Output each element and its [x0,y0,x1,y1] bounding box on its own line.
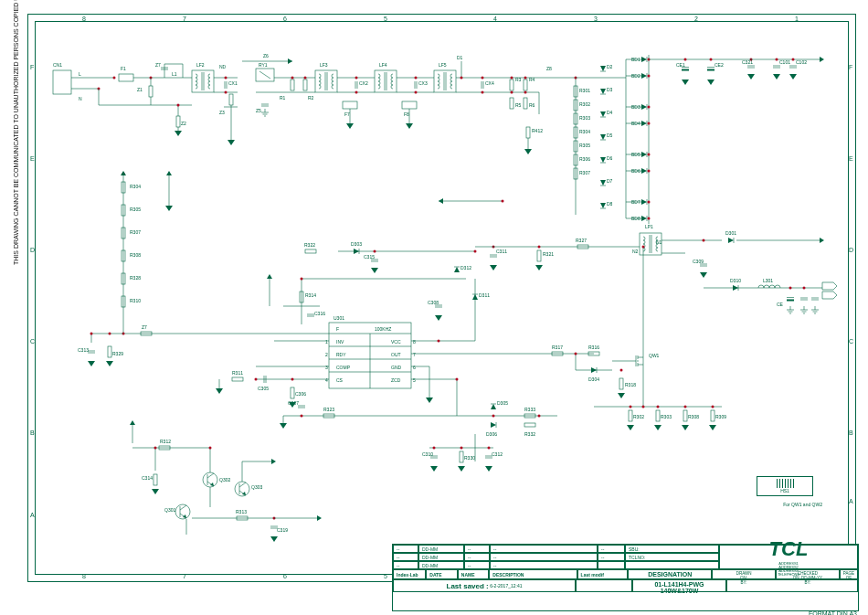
svg-text:CX3: CX3 [418,80,428,86]
svg-point-139 [648,75,651,78]
svg-text:QW1: QW1 [649,353,660,358]
svg-text:C307: C307 [288,400,299,406]
svg-point-110 [524,91,527,94]
svg-text:R323: R323 [323,407,334,412]
svg-text:CN1: CN1 [53,62,62,68]
svg-text:8: 8 [413,339,416,345]
svg-text:CE1: CE1 [676,62,685,68]
svg-point-143 [648,170,651,173]
svg-text:R303: R303 [579,115,590,121]
svg-point-308 [460,447,463,450]
hs1-ref: HS1 [757,488,812,493]
svg-text:D310: D310 [730,278,741,283]
svg-point-94 [482,91,484,94]
svg-text:1: 1 [325,339,328,345]
svg-text:R301: R301 [579,88,590,93]
svg-point-68 [291,77,294,80]
svg-point-242 [456,378,459,381]
svg-point-295 [642,406,645,408]
svg-text:F: F [336,326,339,332]
svg-text:OUT: OUT [391,352,401,357]
svg-text:F7: F7 [344,111,350,117]
svg-point-278 [575,353,577,355]
svg-text:Q301: Q301 [164,507,175,513]
last-saved-label: Last saved : [447,582,489,590]
svg-point-145 [648,217,651,220]
svg-text:4: 4 [325,377,328,383]
svg-point-152 [710,58,713,61]
last-saved-value: 6-2-2017_12:41 [490,583,522,588]
svg-text:R304: R304 [130,184,141,189]
svg-text:D306: D306 [486,431,497,437]
svg-point-307 [433,447,436,450]
svg-text:VCC: VCC [391,339,401,345]
svg-point-220 [291,378,294,381]
svg-point-226 [301,278,303,281]
svg-text:C308: C308 [428,300,439,305]
svg-text:Z8: Z8 [546,66,552,71]
svg-text:LF2: LF2 [196,62,205,68]
svg-text:D305: D305 [497,400,508,406]
svg-point-272 [803,287,806,290]
svg-text:D304: D304 [588,376,599,382]
svg-text:R304: R304 [579,129,590,134]
svg-text:C311: C311 [496,249,507,254]
svg-text:ZCD: ZCD [391,377,401,383]
svg-text:INV: INV [336,339,344,345]
svg-point-241 [301,415,303,418]
svg-rect-86 [402,101,417,109]
svg-point-248 [374,250,376,253]
svg-text:C309: C309 [693,259,704,264]
svg-text:R330: R330 [464,455,475,461]
svg-text:R308: R308 [688,414,699,419]
svg-text:RDY: RDY [336,352,346,357]
svg-text:Z2: Z2 [181,121,186,126]
svg-text:2: 2 [325,352,328,357]
svg-text:5: 5 [413,377,416,383]
hs1-note: For QW1 and QW2 [783,502,822,507]
svg-text:CX2: CX2 [359,80,368,86]
svg-point-57 [225,91,228,94]
svg-text:R6: R6 [529,102,535,108]
svg-text:R328: R328 [130,275,141,281]
svg-point-97 [460,77,463,80]
tb-partno: 01-L141H4-PWG [654,581,704,588]
svg-text:C316: C316 [314,311,325,316]
svg-text:D2: D2 [607,64,613,69]
svg-text:R329: R329 [112,351,123,356]
svg-text:D8: D8 [607,201,613,207]
svg-text:L1: L1 [172,71,177,77]
svg-text:R316: R316 [588,345,599,350]
svg-text:D311: D311 [479,292,490,298]
svg-text:CX1: CX1 [228,80,238,86]
svg-point-56 [225,77,228,80]
svg-point-322 [209,447,212,450]
svg-text:R317: R317 [552,345,563,350]
format-label: FORMAT DIN A3 [809,610,857,615]
svg-text:C312: C312 [492,451,503,457]
svg-text:CS: CS [336,377,344,383]
confidentiality-note: THIS DRAWING CANNOT BE COMMUNICATED TO U… [13,0,19,265]
svg-rect-23 [53,70,71,94]
svg-text:R3: R3 [515,77,522,82]
svg-point-283 [642,246,645,249]
svg-point-300 [492,415,495,418]
svg-text:Z5: Z5 [256,108,261,113]
svg-text:N1: N1 [656,239,662,245]
svg-text:D6: D6 [607,155,613,161]
svg-point-75 [355,77,358,80]
svg-text:CE2: CE2 [715,62,724,68]
schematic-sheet: THIS DRAWING CANNOT BE COMMUNICATED TO U… [0,0,868,615]
svg-text:R312: R312 [160,439,171,444]
svg-text:Q303: Q303 [251,484,262,490]
svg-text:D312: D312 [460,265,471,270]
svg-text:ND: ND [219,64,227,69]
svg-text:N: N [79,96,82,101]
svg-point-332 [502,200,504,203]
svg-point-84 [415,77,418,80]
svg-point-108 [524,77,527,80]
svg-text:7: 7 [413,352,416,357]
svg-text:C319: C319 [277,527,288,533]
svg-text:Q302: Q302 [219,477,230,482]
svg-text:R306: R306 [579,156,590,162]
